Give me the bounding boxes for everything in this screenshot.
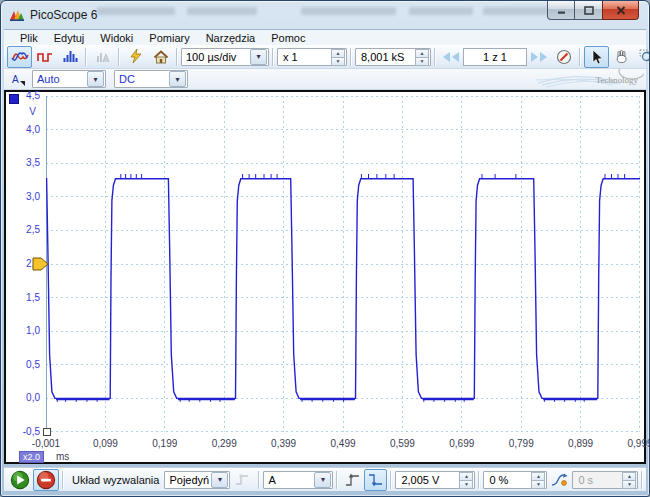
histogram-bars-icon xyxy=(62,50,78,63)
rising-edge-button[interactable] xyxy=(341,469,364,491)
y-tick-label: 0,5 xyxy=(6,359,40,370)
timebase-select[interactable]: 100 µs/div ▾ xyxy=(181,48,269,66)
titlebar[interactable]: PicoScope 6 xyxy=(1,1,649,29)
lightning-icon xyxy=(129,49,143,64)
x-tick-label: 0,799 xyxy=(497,438,545,449)
channel-a-coupling-select[interactable]: DC ▾ xyxy=(114,70,188,88)
trigger-level-spinner[interactable]: 2,005 V ▲▼ xyxy=(395,471,475,489)
menu-widoki[interactable]: Widoki xyxy=(92,31,141,45)
auto-setup-button[interactable] xyxy=(123,46,148,68)
compass-icon xyxy=(556,49,572,65)
select-tool-button[interactable] xyxy=(584,46,609,68)
y-tick-label: 4,0 xyxy=(6,124,40,135)
svg-text:A: A xyxy=(12,74,19,85)
waveform-canvas[interactable] xyxy=(46,96,640,432)
main-toolbar: 100 µs/div ▾ x 1 ▲▼ 8,001 kS ▲▼ 1 z 1 xyxy=(4,45,646,69)
zoom-marquee-icon xyxy=(639,49,650,65)
y-tick-label: -0,5 xyxy=(6,426,40,437)
chevron-down-icon: ▾ xyxy=(314,472,331,488)
toolbar-separator xyxy=(62,471,64,489)
toolbar-separator xyxy=(390,471,392,489)
x-tick-label: -0,001 xyxy=(22,438,70,449)
channel-a-icon: A xyxy=(11,73,26,86)
spectrum-view-button[interactable] xyxy=(57,46,82,68)
menu-plik[interactable]: Plik xyxy=(12,31,46,45)
spinner-arrows[interactable]: ▲▼ xyxy=(415,49,429,65)
trigger-mode-select[interactable]: Pojedyńczy ▾ xyxy=(164,471,230,489)
oscilloscope-view-button[interactable] xyxy=(7,46,32,68)
advanced-trigger-button[interactable] xyxy=(547,469,572,491)
buffer-navigator-button[interactable] xyxy=(551,46,576,68)
y-tick-label: 1,5 xyxy=(6,292,40,303)
menu-bar: Plik Edytuj Widoki Pomiary Narzędzia Pom… xyxy=(4,29,646,45)
double-left-arrow-icon xyxy=(441,51,461,63)
x-tick-label: 0,999 xyxy=(616,438,650,449)
pretrigger-percent-spinner[interactable]: 0 % ▲▼ xyxy=(483,471,547,489)
start-capture-button[interactable] xyxy=(7,469,33,491)
square-wave-view-button[interactable] xyxy=(32,46,57,68)
x-tick-label: 0,899 xyxy=(557,438,605,449)
x-tick-label: 0,599 xyxy=(378,438,426,449)
channel-a-range-select[interactable]: Auto ▾ xyxy=(32,70,106,88)
cursor-arrow-icon xyxy=(590,49,604,65)
scope-display[interactable]: 4,54,03,53,02,52,01,51,00,50,0-0,5 V -0,… xyxy=(4,90,646,464)
marquee-zoom-button[interactable] xyxy=(634,46,650,68)
trigger-level-marker[interactable] xyxy=(32,257,49,271)
window-title: PicoScope 6 xyxy=(30,8,97,22)
y-tick-label: 4,5 xyxy=(6,90,40,101)
toolbar-separator xyxy=(176,48,178,66)
close-icon xyxy=(616,6,626,15)
home-settings-button[interactable] xyxy=(148,46,173,68)
picoscope-window: PicoScope 6 Plik Edytuj Widoki Pomiary N… xyxy=(0,0,650,497)
persistence-icon xyxy=(95,50,111,63)
spinner-arrows[interactable]: ▲▼ xyxy=(531,472,545,488)
trigger-time-marker[interactable] xyxy=(43,428,51,436)
home-icon xyxy=(153,50,169,64)
trigger-marker-icon xyxy=(235,473,250,486)
background-window-ghost-text xyxy=(97,7,175,15)
minimize-icon xyxy=(557,6,566,15)
falling-edge-icon xyxy=(368,473,383,487)
app-icon xyxy=(9,7,25,23)
toolbar-separator xyxy=(478,471,480,489)
stop-icon xyxy=(36,470,56,490)
close-button[interactable] xyxy=(602,1,639,20)
menu-edytuj[interactable]: Edytuj xyxy=(46,31,93,45)
trigger-marker-button xyxy=(230,469,255,491)
menu-narzedzia[interactable]: Narzędzia xyxy=(198,31,264,45)
spinner-arrows[interactable]: ▲▼ xyxy=(459,472,473,488)
buffer-index-box[interactable]: 1 z 1 xyxy=(463,48,527,66)
pan-tool-button[interactable] xyxy=(609,46,634,68)
trigger-mode-label: Układ wyzwalania xyxy=(67,474,164,486)
menu-pomoc[interactable]: Pomoc xyxy=(263,31,313,45)
advanced-trigger-icon xyxy=(551,473,569,487)
menu-pomiary[interactable]: Pomiary xyxy=(141,31,197,45)
toolbar-separator xyxy=(434,48,436,66)
y-tick-label: 3,0 xyxy=(6,191,40,202)
x-tick-label: 0,099 xyxy=(81,438,129,449)
trigger-source-select[interactable]: A ▾ xyxy=(263,471,333,489)
next-buffer-button[interactable] xyxy=(527,51,551,63)
zoom-multiplier-spinner[interactable]: x 1 ▲▼ xyxy=(277,48,347,66)
window-buttons xyxy=(547,1,639,20)
falling-edge-button[interactable] xyxy=(364,469,387,491)
pico-technology-watermark: Technology xyxy=(536,69,644,90)
channel-a-options-button[interactable]: A xyxy=(7,70,29,89)
x-tick-label: 0,499 xyxy=(319,438,367,449)
previous-buffer-button[interactable] xyxy=(439,51,463,63)
minimize-button[interactable] xyxy=(547,1,575,20)
holdoff-time-spinner: 0 s ▲▼ xyxy=(572,471,638,489)
start-icon xyxy=(10,470,30,490)
stop-capture-button[interactable] xyxy=(33,469,59,491)
y-axis-unit: V xyxy=(6,106,36,117)
chevron-down-icon: ▾ xyxy=(211,472,228,488)
double-right-arrow-icon xyxy=(529,51,549,63)
background-window-ghost-text xyxy=(187,7,257,15)
spinner-arrows[interactable]: ▲▼ xyxy=(331,49,345,65)
maximize-button[interactable] xyxy=(575,1,602,20)
background-window-ghost-text xyxy=(409,7,473,15)
x-tick-label: 0,199 xyxy=(141,438,189,449)
y-tick-label: 1,0 xyxy=(6,325,40,336)
y-tick-label: 2,5 xyxy=(6,224,40,235)
sample-count-spinner[interactable]: 8,001 kS ▲▼ xyxy=(355,48,431,66)
